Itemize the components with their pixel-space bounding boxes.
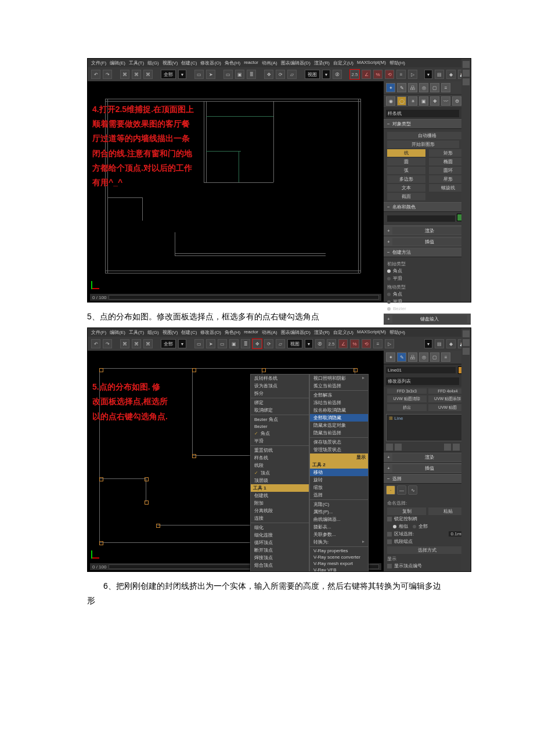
- menu-custom[interactable]: 自定义(U): [333, 329, 353, 336]
- motion-tab-icon[interactable]: ◎: [419, 352, 428, 362]
- unlink-icon[interactable]: ⌘: [132, 339, 141, 348]
- vertex-marker[interactable]: [99, 477, 103, 481]
- copy-button[interactable]: 复制: [387, 507, 426, 515]
- utilities-tab-icon[interactable]: ≡: [441, 352, 450, 362]
- select-icon[interactable]: ▭: [194, 70, 204, 79]
- shape-circle-button[interactable]: 圆: [387, 158, 425, 165]
- quad-item[interactable]: 重置切线: [251, 447, 309, 454]
- quad-item[interactable]: 按名称取消隐藏: [310, 406, 368, 414]
- menu-render[interactable]: 渲染(R): [314, 329, 330, 336]
- refcoord-dropdown[interactable]: 视图: [287, 339, 302, 348]
- quad-item[interactable]: V-Ray scene converter: [310, 554, 368, 560]
- time-slider[interactable]: 0 / 100: [90, 294, 381, 301]
- rect-sel-icon[interactable]: ▭: [223, 70, 233, 79]
- refcoord-dropdown[interactable]: 视图: [305, 70, 320, 79]
- menu-char[interactable]: 角色(H): [225, 60, 240, 66]
- rt-icon[interactable]: [463, 330, 470, 337]
- object-name-input[interactable]: [387, 215, 455, 222]
- render-scene-icon[interactable]: ▤: [435, 70, 444, 79]
- window-sel-icon[interactable]: ▣: [229, 339, 239, 348]
- quad-item[interactable]: 隐藏当前选择: [310, 429, 368, 437]
- quick-render-icon[interactable]: ◆: [446, 70, 456, 79]
- top-viewport[interactable]: 5.点的分布如图. 修改面板选择点,框选所以的点右键勾选角点. 反转样条线 设为…: [88, 351, 384, 571]
- menu-views[interactable]: 视图(V): [163, 329, 178, 336]
- rollout-create[interactable]: −创建方法: [384, 247, 471, 257]
- quad-item[interactable]: 设为首顶点: [251, 382, 309, 390]
- startnew-toggle[interactable]: 开始新图形: [387, 141, 459, 148]
- rollout-kbd[interactable]: + 键盘输入: [384, 314, 471, 325]
- vertex-subobj-icon[interactable]: ·: [386, 485, 395, 495]
- menu-max[interactable]: MAXScript(M): [357, 60, 386, 66]
- quad-item[interactable]: 细化连接: [251, 531, 309, 539]
- init-corner-radio[interactable]: 角点: [387, 267, 467, 275]
- quad-item[interactable]: 线段: [251, 462, 309, 469]
- rect-sel-icon[interactable]: ▭: [218, 339, 227, 348]
- menu-views[interactable]: 视图(V): [163, 60, 178, 66]
- menu-anim[interactable]: 动画(A): [262, 329, 277, 336]
- spline-subobj-icon[interactable]: ∿: [408, 485, 417, 495]
- menu-custom[interactable]: 自定义(U): [333, 60, 353, 66]
- vertex-marker[interactable]: [353, 368, 358, 372]
- drag-corner-radio[interactable]: 角点: [387, 290, 467, 298]
- quad-item[interactable]: 保存场景状态: [310, 438, 368, 446]
- select-icon[interactable]: ▭: [194, 339, 204, 348]
- menu-edit[interactable]: 编辑(E): [110, 329, 125, 336]
- move-icon[interactable]: ✥: [252, 339, 262, 348]
- menu-graph[interactable]: 图表编辑器(D): [281, 60, 311, 66]
- helpers-icon[interactable]: ✚: [430, 96, 439, 106]
- quad-item[interactable]: 样条线: [251, 454, 309, 462]
- redo-icon[interactable]: ↷: [103, 339, 112, 348]
- menu-create[interactable]: 创建(C): [181, 60, 197, 66]
- quad-item[interactable]: 反转样条线: [251, 375, 309, 382]
- menu-group[interactable]: 组(G): [147, 60, 159, 66]
- modify-tab-icon[interactable]: ✎: [397, 83, 406, 92]
- quad-item-vertex[interactable]: 顶点: [251, 469, 309, 477]
- vertex-marker[interactable]: [145, 501, 149, 505]
- list-sel-icon[interactable]: ≣: [241, 339, 250, 348]
- space-icon[interactable]: 〰: [441, 96, 450, 106]
- remove-icon[interactable]: [453, 444, 460, 451]
- quad-item-unhide-all[interactable]: 全部取消隐藏: [310, 414, 368, 422]
- quad-item-corner[interactable]: 角点: [251, 430, 309, 437]
- menu-modifier[interactable]: 修改器(O): [200, 60, 221, 66]
- modify-tab-icon[interactable]: ✎: [397, 352, 406, 362]
- menu-help[interactable]: 帮助(H): [389, 60, 405, 66]
- rollout-render[interactable]: +渲染: [384, 452, 471, 463]
- quad-item[interactable]: 拆分: [251, 390, 309, 397]
- geom-icon[interactable]: ◉: [386, 96, 395, 106]
- autogrid-toggle[interactable]: 自动栅格: [387, 132, 467, 139]
- quad-item[interactable]: 断开顶点: [251, 546, 309, 554]
- sys-icon[interactable]: ⚙: [452, 96, 461, 106]
- show-end-icon[interactable]: [395, 444, 402, 451]
- extrude-button[interactable]: 挤出: [387, 404, 427, 411]
- menu-group[interactable]: 组(G): [147, 329, 159, 336]
- stack-item[interactable]: Line: [394, 416, 403, 421]
- pin-icon[interactable]: [386, 444, 393, 451]
- quad-item[interactable]: 顶层级: [251, 477, 309, 484]
- quad-item-smooth[interactable]: 平滑: [251, 437, 309, 445]
- spinner-snap-icon[interactable]: ⟲: [385, 70, 394, 79]
- redo-icon[interactable]: ↷: [103, 70, 112, 79]
- shape-section-button[interactable]: 截面: [387, 193, 425, 200]
- all-radio[interactable]: 全部: [413, 523, 428, 530]
- window-sel-icon[interactable]: ▣: [235, 70, 244, 79]
- quad-item[interactable]: 摄影表...: [310, 523, 368, 531]
- segment-subobj-icon[interactable]: —: [397, 485, 406, 495]
- rt-icon[interactable]: [463, 348, 470, 355]
- menu-max[interactable]: MAXScript(M): [357, 329, 386, 336]
- create-tab-icon[interactable]: ✦: [386, 83, 395, 92]
- rt-icon[interactable]: [463, 339, 470, 346]
- quad-item[interactable]: 缩放: [310, 484, 368, 491]
- align-icon[interactable]: ≡: [373, 339, 383, 348]
- quad-item[interactable]: 附加: [251, 499, 309, 507]
- quad-item[interactable]: 焊接顶点: [251, 554, 309, 561]
- create-tab-icon[interactable]: ✦: [386, 352, 395, 362]
- lights-icon[interactable]: ☀: [408, 96, 417, 106]
- cursor-icon[interactable]: ➤: [206, 70, 215, 79]
- right-drop-icon[interactable]: ▾: [424, 339, 432, 348]
- top-viewport[interactable]: 4.打开2.5维捕捉.在顶面图上顺着需要做效果图的客厅餐厅过道等的内墙线描出一条…: [88, 81, 384, 302]
- menu-modifier[interactable]: 修改器(O): [200, 329, 221, 336]
- init-smooth-radio[interactable]: 平滑: [387, 275, 467, 282]
- menu-reactor[interactable]: reactor: [244, 329, 258, 336]
- quad-item[interactable]: 管理场景状态: [310, 446, 368, 453]
